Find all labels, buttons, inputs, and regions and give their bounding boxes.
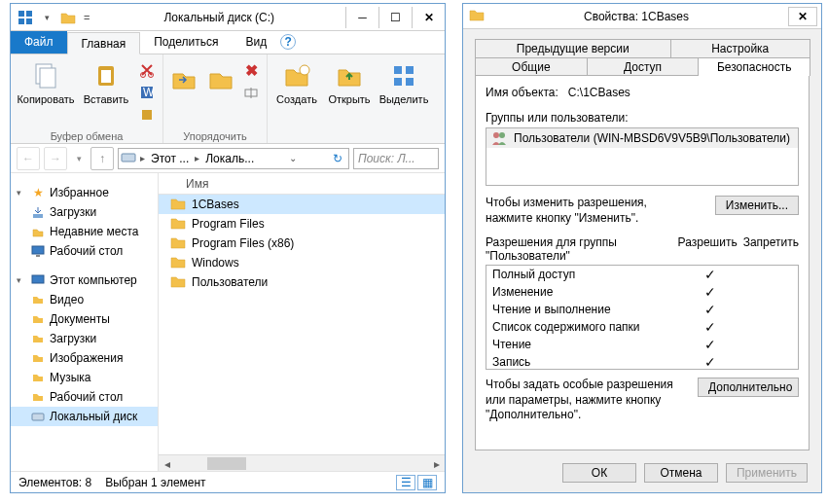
column-header-name[interactable]: Имя <box>159 173 445 195</box>
nav-desktop[interactable]: Рабочий стол <box>11 241 158 261</box>
select-icon <box>388 60 419 91</box>
nav-documents[interactable]: Документы <box>11 309 158 329</box>
scroll-right-icon[interactable]: ▸ <box>428 455 445 472</box>
nav-back-button[interactable]: ← <box>17 147 40 170</box>
tab-view[interactable]: Вид <box>232 31 280 54</box>
tab-customize[interactable]: Настройка <box>670 39 811 57</box>
select-button[interactable]: Выделить <box>378 56 429 105</box>
tab-file[interactable]: Файл <box>11 31 67 54</box>
permission-row: Список содержимого папки✓ <box>486 318 798 336</box>
delete-icon[interactable]: ✖ <box>241 60 261 80</box>
paste-button[interactable]: Вставить <box>81 56 131 105</box>
new-button[interactable]: Создать <box>273 56 320 105</box>
permission-allow: ✓ <box>683 319 738 335</box>
file-row[interactable]: Windows <box>159 253 445 272</box>
copy-path-icon[interactable]: W <box>137 83 157 102</box>
svg-point-26 <box>493 132 499 138</box>
refresh-button[interactable]: ↻ <box>329 152 346 165</box>
tab-security[interactable]: Безопасность <box>698 57 810 76</box>
permission-row: Чтение и выполнение✓ <box>486 301 798 318</box>
ok-button[interactable]: ОК <box>562 463 636 483</box>
scroll-left-icon[interactable]: ◂ <box>159 455 175 472</box>
qat-dropdown-icon[interactable]: ▾ <box>38 9 55 26</box>
search-input[interactable]: Поиск: Л... <box>353 148 439 169</box>
svg-rect-16 <box>394 66 402 74</box>
file-row[interactable]: Program Files <box>159 214 445 234</box>
grid-icon: ▦ <box>422 476 433 489</box>
paste-shortcut-icon[interactable] <box>137 105 157 125</box>
tab-previous-versions[interactable]: Предыдущие версии <box>475 39 671 57</box>
chevron-right-icon[interactable]: ▸ <box>193 153 201 163</box>
close-icon: ✕ <box>424 11 434 24</box>
horizontal-scrollbar[interactable]: ◂ ▸ <box>159 454 445 471</box>
qat-folder-icon[interactable] <box>59 9 77 26</box>
minimize-button[interactable]: ─ <box>345 7 378 28</box>
cut-icon[interactable] <box>137 60 157 80</box>
scrollbar-thumb[interactable] <box>207 457 246 470</box>
close-icon: ✕ <box>798 10 808 23</box>
copy-button[interactable]: Копировать <box>17 56 75 105</box>
permissions-for-label: Разрешения для группы "Пользователи" <box>486 235 661 263</box>
nav-desktop2[interactable]: Рабочий стол <box>11 387 158 407</box>
svg-rect-22 <box>32 246 44 254</box>
chevron-down-icon[interactable]: ⌄ <box>287 153 299 163</box>
nav-downloads[interactable]: Загрузки <box>11 202 158 222</box>
breadcrumb[interactable]: ▸ Этот ... ▸ Локаль... ⌄ ↻ <box>118 148 349 169</box>
folder-icon <box>170 197 186 212</box>
group-entry[interactable]: Пользователи (WIN-MBSD6V9V5B9\Пользовате… <box>486 128 798 148</box>
nav-localdisk[interactable]: Локальный диск <box>11 407 158 426</box>
file-row[interactable]: Program Files (x86) <box>159 234 445 253</box>
breadcrumb-pc[interactable]: Этот ... <box>149 152 191 165</box>
copy-icon <box>30 60 61 91</box>
nav-pictures[interactable]: Изображения <box>11 348 158 368</box>
ribbon-group-organize: ✖ Упорядочить <box>163 54 268 143</box>
collapse-icon[interactable]: ▾ <box>17 275 26 285</box>
tab-sharing[interactable]: Доступ <box>587 57 700 76</box>
open-button[interactable]: Открыть <box>326 56 373 105</box>
file-row[interactable]: Пользователи <box>159 272 445 292</box>
nav-this-pc[interactable]: ▾Этот компьютер <box>11 270 158 290</box>
permissions-listbox[interactable]: Полный доступ✓Изменение✓Чтение и выполне… <box>486 265 799 370</box>
dialog-close-button[interactable]: ✕ <box>788 7 817 26</box>
nav-recent[interactable]: Недавние места <box>11 222 158 241</box>
move-to-icon[interactable] <box>169 64 198 96</box>
nav-favorites[interactable]: ▾★Избранное <box>11 183 158 202</box>
apply-button[interactable]: Применить <box>726 463 808 483</box>
breadcrumb-drive[interactable]: Локаль... <box>203 152 256 165</box>
edit-button[interactable]: Изменить... <box>715 196 799 215</box>
tab-share[interactable]: Поделиться <box>140 31 232 54</box>
view-icons-button[interactable]: ▦ <box>417 475 437 490</box>
help-button[interactable]: ? <box>280 34 296 50</box>
nav-history-button[interactable]: ▾ <box>71 147 87 170</box>
close-button[interactable]: ✕ <box>412 7 445 28</box>
file-name: Windows <box>192 256 239 270</box>
maximize-button[interactable]: ☐ <box>378 7 412 28</box>
drive-icon <box>121 150 136 166</box>
advanced-button[interactable]: Дополнительно <box>698 378 799 397</box>
status-selected: Выбран 1 элемент <box>105 476 205 489</box>
tab-general[interactable]: Общие <box>475 57 588 76</box>
chevron-right-icon[interactable]: ▸ <box>138 153 147 163</box>
svg-rect-20 <box>122 154 135 162</box>
view-details-button[interactable]: ☰ <box>396 475 415 490</box>
tab-home[interactable]: Главная <box>67 32 141 54</box>
nav-forward-button[interactable]: → <box>44 147 67 170</box>
rename-icon[interactable] <box>241 83 261 102</box>
permission-row: Запись✓ <box>486 353 798 370</box>
permission-allow: ✓ <box>683 284 738 300</box>
file-pane: Имя 1CBasesProgram FilesProgram Files (x… <box>159 173 445 471</box>
groups-listbox[interactable]: Пользователи (WIN-MBSD6V9V5B9\Пользовате… <box>486 127 799 186</box>
svg-rect-19 <box>406 78 414 86</box>
copy-to-icon[interactable] <box>206 64 235 96</box>
nav-downloads2[interactable]: Загрузки <box>11 329 158 348</box>
nav-videos[interactable]: Видео <box>11 290 158 309</box>
nav-music[interactable]: Музыка <box>11 368 158 387</box>
permission-allow: ✓ <box>683 267 738 282</box>
file-name: Program Files <box>192 217 265 231</box>
advanced-hint: Чтобы задать особые разрешения или парам… <box>486 378 690 423</box>
downloads-icon <box>30 204 46 220</box>
collapse-icon[interactable]: ▾ <box>17 188 26 198</box>
file-row[interactable]: 1CBases <box>159 195 445 214</box>
cancel-button[interactable]: Отмена <box>644 463 718 483</box>
nav-up-button[interactable]: ↑ <box>90 147 114 170</box>
